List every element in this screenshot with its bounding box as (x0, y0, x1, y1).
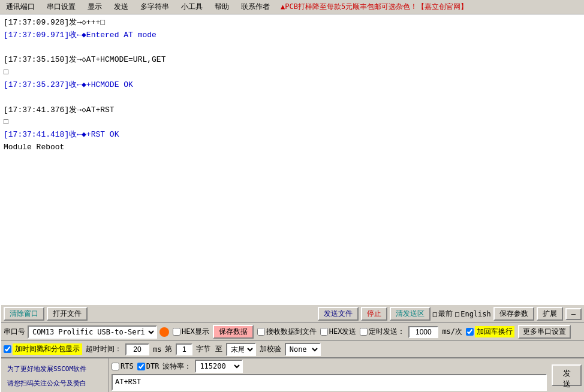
toolbar-left: 串口号 COM13 Prolific USB-to-Seri (4, 325, 169, 339)
checksum-select[interactable]: None (285, 343, 321, 356)
menu-send[interactable]: 发送 (110, 1, 132, 13)
ad-text: ▲PCB打样降至每款5元顺丰包邮可选杂色！【嘉立创官网】 (281, 2, 468, 12)
port-select[interactable]: COM13 Prolific USB-to-Seri (28, 325, 157, 339)
bottom-info: 为了更好地发展SSCOM软件 (4, 360, 90, 378)
end-select[interactable]: 末尾 (226, 343, 256, 356)
terminal-line: [17:37:41.376]发→◇AT+RST (4, 104, 580, 117)
checksum-label: 加校验 (260, 344, 281, 354)
port-label: 串口号 (4, 327, 25, 337)
dtr-label: DTR (146, 362, 159, 370)
clear-send-button[interactable]: 清发送区 (390, 307, 431, 321)
minimize-button[interactable]: — (565, 308, 582, 320)
send-row: 为了更好地发展SSCOM软件 请您扫码关注公众号及赞白 RTS DTR 波特率： (1, 358, 584, 392)
timed-send-label: 定时发送： (369, 327, 405, 337)
terminal-line: [17:37:09.928]发→◇+++□ (4, 17, 580, 29)
send-button[interactable]: 发 送 (552, 364, 582, 386)
menu-tools[interactable]: 小工具 (177, 1, 206, 13)
port-icon (159, 327, 169, 337)
stop-button[interactable]: 停止 (361, 307, 387, 321)
square-icon: □ (433, 310, 437, 318)
promo-text1: 为了更好地发展SSCOM软件 (7, 364, 86, 373)
promo-text2: 请您扫码关注公众号及赞白 (4, 378, 90, 389)
menu-display[interactable]: 显示 (84, 1, 106, 13)
hex-display-checkbox[interactable] (173, 328, 180, 336)
timestamp-checkbox[interactable] (4, 345, 11, 353)
timeout-unit: ms (153, 345, 161, 354)
rts-group: RTS (112, 362, 134, 370)
timed-send-checkbox[interactable] (360, 328, 368, 336)
send-input[interactable] (112, 374, 547, 391)
square-icon2: □ (455, 310, 459, 318)
hex-send-label: HEX发送 (329, 327, 357, 337)
add-return-label: 加回车换行 (475, 326, 514, 337)
last-checkbox-group: □ 最前 (433, 309, 453, 319)
terminal-line: □ (4, 67, 580, 79)
open-file-button[interactable]: 打开文件 (47, 307, 88, 321)
terminal-line: □ (4, 116, 580, 129)
terminal-line: Module Reboot (4, 141, 580, 154)
hex-display-label: HEX显示 (182, 327, 209, 337)
add-return-group: 加回车换行 (466, 326, 514, 337)
send-input-area: RTS DTR 波特率： 115200 (109, 358, 549, 392)
hex-send-checkbox[interactable] (320, 328, 328, 336)
menu-port-settings[interactable]: 串口设置 (43, 1, 79, 13)
timestamp-label: 加时间戳和分包显示 (13, 343, 82, 355)
left-panel: 为了更好地发展SSCOM软件 请您扫码关注公众号及赞白 (1, 358, 109, 392)
toolbar-row1: 清除窗口 打开文件 发送文件 停止 清发送区 □ 最前 □ English 保存… (1, 305, 584, 323)
terminal-line (4, 42, 580, 55)
rts-checkbox[interactable] (112, 363, 119, 370)
terminal-output: [17:37:09.928]发→◇+++□ [17:37:09.971]收←◆E… (0, 14, 584, 304)
packet-num-input[interactable] (176, 343, 192, 355)
timestamp-group: 加时间戳和分包显示 (4, 343, 82, 355)
clear-window-button[interactable]: 清除窗口 (4, 307, 44, 321)
toolbar-row2: 串口号 COM13 Prolific USB-to-Seri HEX显示 保存数… (1, 323, 584, 341)
recv-to-file-checkbox[interactable] (257, 328, 265, 336)
save-params-button[interactable]: 保存参数 (493, 307, 534, 321)
menu-bar: 通讯端口 串口设置 显示 发送 多字符串 小工具 帮助 联系作者 ▲PCB打样降… (0, 0, 584, 14)
baud-label: 波特率： (162, 361, 191, 372)
hex-display-group: HEX显示 (173, 327, 209, 337)
more-settings-button[interactable]: 更多串口设置 (518, 325, 571, 339)
timed-unit: ms/次 (442, 327, 462, 337)
timeout-input[interactable] (125, 343, 149, 355)
hex-send-group: HEX发送 (320, 327, 357, 337)
dtr-group: DTR (137, 362, 159, 370)
byte-label: 字节 至 (196, 344, 222, 354)
terminal-line (4, 92, 580, 104)
terminal-line: [17:37:35.237]收←◆+HCMODE OK (4, 79, 580, 92)
baud-select[interactable]: 115200 (195, 360, 243, 373)
timeout-label: 超时时间： (86, 344, 122, 354)
english-label: English (460, 310, 491, 318)
send-input-row (112, 374, 547, 391)
packet-label: 第 (165, 344, 172, 354)
english-checkbox-group: □ English (455, 310, 491, 318)
add-return-checkbox[interactable] (466, 328, 474, 336)
recv-to-file-group: 接收数据到文件 (257, 327, 317, 337)
last-label: 最前 (438, 309, 453, 319)
rts-label: RTS (121, 362, 134, 370)
terminal-line: [17:37:35.150]发→◇AT+HCMODE=URL,GET (4, 54, 580, 67)
menu-multistring[interactable]: 多字符串 (137, 1, 173, 13)
send-file-button[interactable]: 发送文件 (318, 307, 359, 321)
save-data-button[interactable]: 保存数据 (213, 325, 254, 339)
expand-button[interactable]: 扩展 (537, 307, 563, 321)
bottom-controls: 清除窗口 打开文件 发送文件 停止 清发送区 □ 最前 □ English 保存… (0, 304, 584, 392)
rts-dtr-row: RTS DTR 波特率： 115200 (112, 360, 547, 373)
toolbar-row3: 加时间戳和分包显示 超时时间： ms 第 字节 至 末尾 加校验 None (1, 341, 584, 358)
menu-contact[interactable]: 联系作者 (237, 1, 273, 13)
timed-send-group: 定时发送： (360, 327, 405, 337)
menu-help[interactable]: 帮助 (211, 1, 233, 13)
send-button-area: 发 送 (549, 358, 584, 392)
menu-commport[interactable]: 通讯端口 (2, 1, 38, 13)
terminal-line: [17:37:41.418]收←◆+RST OK (4, 129, 580, 141)
terminal-line: [17:37:09.971]收←◆Entered AT mode (4, 29, 580, 42)
recv-to-file-label: 接收数据到文件 (266, 327, 317, 337)
dtr-checkbox[interactable] (137, 363, 145, 370)
app-window: 通讯端口 串口设置 显示 发送 多字符串 小工具 帮助 联系作者 ▲PCB打样降… (0, 0, 584, 392)
timed-value-input[interactable] (408, 326, 438, 338)
